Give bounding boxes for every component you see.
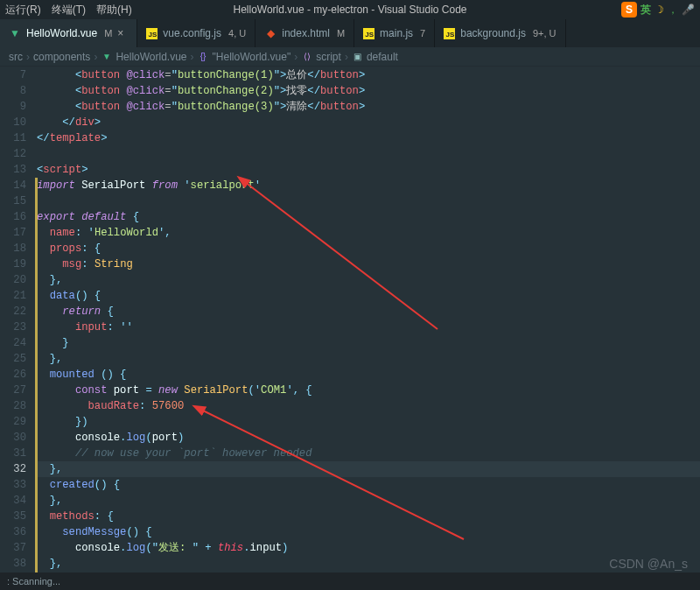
tab-helloworld[interactable]: ▼ HelloWorld.vue M × xyxy=(0,19,137,47)
ime-indicator: S 英 ☽ ， 🎤 xyxy=(621,0,695,19)
code-line-31[interactable]: // now use your `port` however needed xyxy=(37,446,700,461)
tab-status: 9+, U xyxy=(533,28,556,39)
tab-status: M xyxy=(337,28,345,39)
mic-icon: 🎤 xyxy=(682,4,695,16)
code-line-27[interactable]: const port = new SerialPort('COM1', { xyxy=(37,383,700,398)
code-line-21[interactable]: data() { xyxy=(37,288,700,304)
code-line-25[interactable]: }, xyxy=(37,351,700,367)
menu-terminal[interactable]: 终端(T) xyxy=(52,3,86,18)
line-number: 18 xyxy=(0,241,26,256)
line-number: 38 xyxy=(0,556,26,572)
code-line-15[interactable] xyxy=(37,193,700,209)
chevron-right-icon: › xyxy=(94,51,97,63)
code-line-33[interactable]: created() { xyxy=(37,477,700,493)
code-line-17[interactable]: name: 'HelloWorld', xyxy=(37,225,700,241)
line-number: 29 xyxy=(0,414,26,430)
tab-bar: ▼ HelloWorld.vue M × JS vue.config.js 4,… xyxy=(0,19,700,47)
tab-label: main.js xyxy=(380,27,413,39)
tab-label: vue.config.js xyxy=(163,27,221,39)
line-number: 36 xyxy=(0,524,26,540)
tab-label: HelloWorld.vue xyxy=(26,27,97,39)
chevron-right-icon: › xyxy=(26,51,30,63)
watermark: CSDN @An_s xyxy=(609,557,688,571)
tab-label: index.html xyxy=(282,27,330,39)
line-number: 25 xyxy=(0,351,26,367)
js-icon: JS xyxy=(363,28,374,39)
editor-area[interactable]: 7891011121314151617181920212223242526272… xyxy=(0,67,700,572)
line-number: 11 xyxy=(0,130,26,146)
code-line-26[interactable]: mounted () { xyxy=(37,367,700,383)
code-line-10[interactable]: </div> xyxy=(37,115,700,130)
line-number: 8 xyxy=(0,83,26,99)
code-line-8[interactable]: <button @click="buttonChange(2)">找零</but… xyxy=(37,83,700,99)
bc-script[interactable]: script xyxy=(316,51,341,63)
code-line-36[interactable]: sendMessge() { xyxy=(37,524,700,540)
code-content[interactable]: <button @click="buttonChange(1)">总价</but… xyxy=(37,67,700,572)
line-number: 28 xyxy=(0,398,26,414)
breadcrumb[interactable]: src › components › ▼ HelloWorld.vue › {}… xyxy=(0,47,700,67)
menu-run[interactable]: 运行(R) xyxy=(5,3,41,18)
code-line-19[interactable]: msg: String xyxy=(37,256,700,272)
menu-help[interactable]: 帮助(H) xyxy=(96,3,132,18)
ime-lang: 英 xyxy=(640,3,651,18)
tab-vueconfig[interactable]: JS vue.config.js 4, U xyxy=(137,19,256,47)
line-number: 35 xyxy=(0,509,26,524)
chevron-right-icon: › xyxy=(345,51,348,63)
code-line-28[interactable]: baudRate: 57600 xyxy=(37,398,700,414)
code-line-16[interactable]: export default { xyxy=(37,209,700,225)
code-line-38[interactable]: }, xyxy=(37,556,700,572)
line-number: 24 xyxy=(0,335,26,351)
close-icon[interactable]: × xyxy=(117,27,128,39)
code-line-7[interactable]: <button @click="buttonChange(1)">总价</but… xyxy=(37,67,700,83)
code-line-18[interactable]: props: { xyxy=(37,241,700,256)
code-line-23[interactable]: input: '' xyxy=(37,320,700,335)
js-icon: JS xyxy=(444,28,455,39)
code-line-12[interactable] xyxy=(37,146,700,162)
code-line-20[interactable]: }, xyxy=(37,272,700,288)
tab-indexhtml[interactable]: ◆ index.html M xyxy=(256,19,354,47)
bc-src[interactable]: src xyxy=(9,51,23,63)
code-line-30[interactable]: console.log(port) xyxy=(37,430,700,446)
code-line-35[interactable]: methods: { xyxy=(37,509,700,524)
bc-components[interactable]: components xyxy=(33,51,90,63)
chevron-right-icon: › xyxy=(294,51,298,63)
line-number: 26 xyxy=(0,367,26,383)
code-line-32[interactable]: }, xyxy=(37,461,700,477)
menu-bar: 运行(R) 终端(T) 帮助(H) HelloWorld.vue - my-el… xyxy=(0,0,700,19)
line-number: 12 xyxy=(0,146,26,162)
code-line-29[interactable]: }) xyxy=(37,414,700,430)
tab-mainjs[interactable]: JS main.js 7 xyxy=(354,19,435,47)
code-line-13[interactable]: <script> xyxy=(37,162,700,178)
cube-icon: ▣ xyxy=(352,51,363,62)
line-number: 9 xyxy=(0,99,26,115)
code-line-11[interactable]: </template> xyxy=(37,130,700,146)
line-number: 10 xyxy=(0,115,26,130)
line-number: 30 xyxy=(0,430,26,446)
tab-backgroundjs[interactable]: JS background.js 9+, U xyxy=(435,19,565,47)
comma-icon: ， xyxy=(668,3,678,18)
tab-status: M xyxy=(104,28,112,39)
bc-quoted[interactable]: "HelloWorld.vue" xyxy=(213,51,291,63)
code-line-22[interactable]: return { xyxy=(37,304,700,320)
line-number: 15 xyxy=(0,193,26,209)
status-scanning: : Scanning... xyxy=(7,576,60,586)
bc-file[interactable]: HelloWorld.vue xyxy=(116,51,186,63)
line-number: 22 xyxy=(0,304,26,320)
vue-icon: ▼ xyxy=(9,27,21,39)
code-line-37[interactable]: console.log("发送: " + this.input) xyxy=(37,540,700,556)
moon-icon: ☽ xyxy=(654,4,664,16)
code-line-9[interactable]: <button @click="buttonChange(3)">清除</but… xyxy=(37,99,700,115)
script-icon: ⟨⟩ xyxy=(301,51,312,62)
code-line-34[interactable]: }, xyxy=(37,493,700,509)
tab-status: 4, U xyxy=(228,28,246,39)
line-number: 23 xyxy=(0,320,26,335)
ime-badge-icon: S xyxy=(621,2,637,18)
html-icon: ◆ xyxy=(264,27,276,39)
vue-icon: ▼ xyxy=(101,51,112,62)
line-number: 32 xyxy=(0,461,26,477)
bc-default[interactable]: default xyxy=(367,51,398,63)
line-number: 19 xyxy=(0,256,26,272)
line-number: 27 xyxy=(0,383,26,398)
code-line-24[interactable]: } xyxy=(37,335,700,351)
code-line-14[interactable]: import SerialPort from 'serialport' xyxy=(37,178,700,193)
